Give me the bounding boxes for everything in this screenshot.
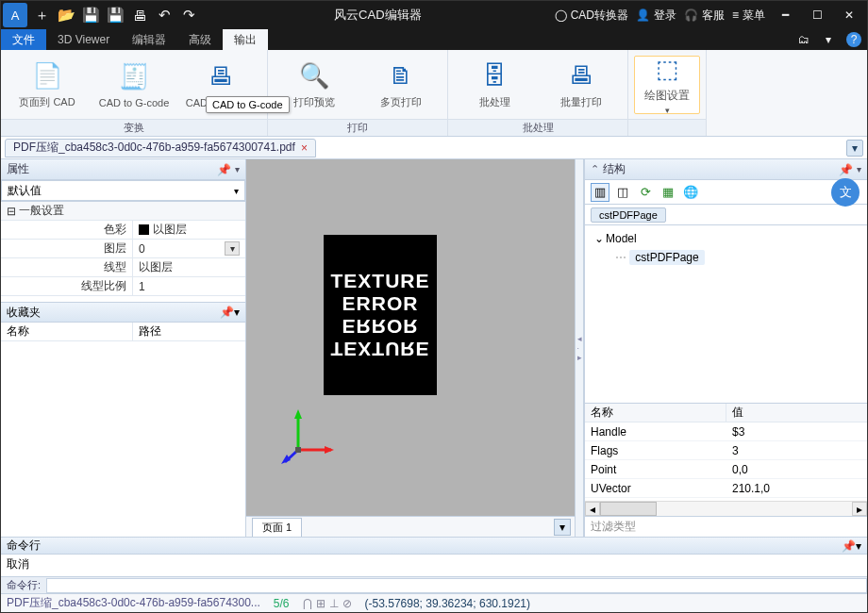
polar-icon[interactable]: ⊘ bbox=[342, 597, 352, 610]
layers-icon[interactable]: ▦ bbox=[659, 183, 677, 202]
texture-error-block: TEXTURE ERROR ERROR TEXTURE bbox=[324, 235, 437, 395]
close-tab-icon[interactable]: × bbox=[301, 141, 308, 155]
menu-link[interactable]: ≡菜单 bbox=[732, 8, 765, 24]
tree-leaf[interactable]: cstPDFPage bbox=[629, 250, 704, 265]
ortho-icon[interactable]: ⊥ bbox=[329, 597, 339, 610]
chevron-down-icon[interactable]: ▾ bbox=[857, 164, 861, 174]
document-tab[interactable]: PDF压缩_cba458c3-0d0c-476b-a959-fa56743007… bbox=[5, 139, 316, 157]
commandline-input[interactable] bbox=[46, 578, 867, 593]
dropdown-icon[interactable]: ▾ bbox=[816, 29, 841, 50]
collapse-icon[interactable]: ⌄ bbox=[593, 232, 606, 245]
tab-file[interactable]: 文件 bbox=[1, 29, 46, 50]
group-convert-label: 变换 bbox=[1, 119, 267, 136]
batch-print-icon: 🖶 bbox=[565, 59, 597, 91]
favorites-panel-header: 收藏夹 📌 ▾ bbox=[1, 302, 245, 323]
tab-3dviewer[interactable]: 3D Viewer bbox=[46, 29, 121, 50]
prop-layer-select[interactable]: 0▾ bbox=[133, 240, 245, 257]
drawing-canvas[interactable]: TEXTURE ERROR ERROR TEXTURE bbox=[246, 159, 575, 516]
properties-table: ⊟ 一般设置 色彩以图层 图层0▾ 线型以图层 线型比例1 bbox=[1, 201, 245, 296]
tooltip: CAD to G-code bbox=[206, 96, 290, 113]
tab-output[interactable]: 输出 bbox=[223, 29, 268, 50]
prop-layer-label: 图层 bbox=[1, 240, 133, 257]
chevron-down-icon[interactable]: ▾ bbox=[235, 164, 240, 174]
headset-icon: 🎧 bbox=[684, 8, 698, 22]
redo-icon[interactable]: ↷ bbox=[176, 3, 201, 27]
structure-toolbar: ▥ ◫ ⟳ ▦ 🌐 文 bbox=[585, 180, 867, 205]
page-dropdown-icon[interactable]: ▾ bbox=[554, 519, 571, 536]
docs-dropdown-icon[interactable]: ▾ bbox=[846, 140, 863, 157]
page-to-cad-button[interactable]: 📄 页面到 CAD bbox=[7, 56, 88, 114]
refresh-icon[interactable]: ⟳ bbox=[636, 183, 655, 202]
new-icon[interactable]: ＋ bbox=[29, 3, 54, 27]
login-link[interactable]: 👤登录 bbox=[636, 8, 676, 24]
h-scrollbar[interactable]: ◂▸ bbox=[585, 501, 867, 516]
cad-converter-link[interactable]: ◯CAD转换器 bbox=[555, 8, 628, 24]
open-icon[interactable]: 📂 bbox=[54, 3, 78, 27]
translate-icon[interactable]: 文 bbox=[831, 178, 860, 207]
window-list-icon[interactable]: 🗂 bbox=[792, 29, 816, 50]
cad-to-gcode-button[interactable]: 🧾 CAD to G-code bbox=[93, 56, 175, 114]
prop-linetype-value[interactable]: 以图层 bbox=[133, 258, 245, 276]
service-link[interactable]: 🎧客服 bbox=[684, 8, 725, 24]
favorites-columns: 名称 路径 bbox=[1, 323, 245, 341]
close-button[interactable]: ✕ bbox=[837, 3, 861, 27]
structure-tree[interactable]: ⌄Model ⋯ cstPDFPage bbox=[585, 225, 867, 403]
commandline-panel: 命令行 📌 ▾ 取消 命令行: bbox=[1, 537, 867, 593]
prop-scale-value[interactable]: 1 bbox=[133, 277, 245, 295]
default-dropdown[interactable]: 默认值▾ bbox=[1, 180, 245, 201]
commandline-header: 命令行 📌 ▾ bbox=[1, 538, 867, 555]
panel-mode2-icon[interactable]: ◫ bbox=[613, 183, 632, 202]
filter-input[interactable]: 过滤类型 bbox=[585, 516, 867, 537]
grid-icon[interactable]: ⊞ bbox=[316, 597, 326, 610]
properties-panel-header: 属性 📌 ▾ bbox=[1, 159, 245, 180]
tab-editor[interactable]: 编辑器 bbox=[121, 29, 177, 50]
prop-scale-label: 线型比例 bbox=[1, 277, 133, 295]
svg-marker-1 bbox=[294, 409, 302, 419]
prop-color-value[interactable]: 以图层 bbox=[133, 221, 245, 239]
chevron-down-icon[interactable]: ▾ bbox=[856, 539, 861, 553]
collapse-icon[interactable]: ⊟ bbox=[7, 205, 16, 218]
breadcrumb[interactable]: cstPDFPage bbox=[591, 207, 666, 223]
multi-print-button[interactable]: 🗎 多页打印 bbox=[360, 56, 442, 114]
tab-advanced[interactable]: 高级 bbox=[177, 29, 223, 50]
nav-splitter[interactable]: ◂·▸ bbox=[575, 159, 584, 537]
panel-mode1-icon[interactable]: ▥ bbox=[591, 183, 609, 202]
print-icon[interactable]: 🖶 bbox=[127, 3, 152, 27]
commandline-output: 取消 bbox=[1, 555, 867, 576]
cad-to-gcode2-icon: 🖶 bbox=[205, 61, 237, 93]
right-panel: ⌃ 结构 📌 ▾ ▥ ◫ ⟳ ▦ 🌐 文 cstPDFPage ⌄Model ⋯… bbox=[584, 159, 867, 537]
undo-icon[interactable]: ↶ bbox=[152, 3, 176, 27]
ribbon: 📄 页面到 CAD 🧾 CAD to G-code 🖶 CAD to G-cod… bbox=[1, 50, 867, 137]
status-file: PDF压缩_cba458c3-0d0c-476b-a959-fa5674300.… bbox=[7, 595, 260, 611]
pin-icon[interactable]: 📌 bbox=[220, 306, 234, 319]
structure-properties: 名称 值 Handle$3 Flags3 Point0,0 UVector210… bbox=[585, 403, 867, 516]
fav-path-col: 路径 bbox=[133, 323, 167, 340]
status-mode-icons[interactable]: ⋂⊞⊥⊘ bbox=[303, 597, 352, 610]
chevron-down-icon[interactable]: ▾ bbox=[234, 306, 240, 319]
status-coords: (-53.57698; 39.36234; 630.1921) bbox=[365, 597, 530, 610]
page-tab[interactable]: 页面 1 bbox=[252, 518, 302, 537]
globe-icon[interactable]: 🌐 bbox=[681, 183, 700, 202]
prop-linetype-label: 线型 bbox=[1, 258, 133, 276]
app-title: 风云CAD编辑器 bbox=[201, 7, 555, 24]
pin-icon[interactable]: 📌 bbox=[217, 163, 231, 176]
fav-name-col: 名称 bbox=[1, 323, 133, 340]
help-icon[interactable]: ? bbox=[846, 32, 861, 47]
pin-icon[interactable]: 📌 bbox=[839, 163, 853, 176]
titlebar: A ＋ 📂 💾 💾 🖶 ↶ ↷ 风云CAD编辑器 ◯CAD转换器 👤登录 🎧客服… bbox=[1, 1, 867, 29]
commandline-input-row: 命令行: bbox=[1, 576, 867, 593]
svg-rect-6 bbox=[295, 447, 301, 453]
minimize-button[interactable]: ━ bbox=[773, 3, 797, 27]
saveas-icon[interactable]: 💾 bbox=[103, 3, 127, 27]
draw-settings-icon: ⬚ bbox=[651, 55, 683, 84]
batch-print-button[interactable]: 🖶 批量打印 bbox=[541, 56, 622, 114]
save-icon[interactable]: 💾 bbox=[78, 3, 103, 27]
expand-icon[interactable]: ⌃ bbox=[591, 163, 599, 175]
snap-icon[interactable]: ⋂ bbox=[303, 597, 312, 610]
draw-settings-button[interactable]: ⬚ 绘图设置▾ bbox=[634, 56, 700, 114]
maximize-button[interactable]: ☐ bbox=[805, 3, 829, 27]
pin-icon[interactable]: 📌 bbox=[842, 539, 856, 553]
batch-button[interactable]: 🗄 批处理 bbox=[454, 56, 535, 114]
color-swatch-icon bbox=[139, 224, 149, 235]
multipage-icon: 🗎 bbox=[385, 59, 417, 91]
